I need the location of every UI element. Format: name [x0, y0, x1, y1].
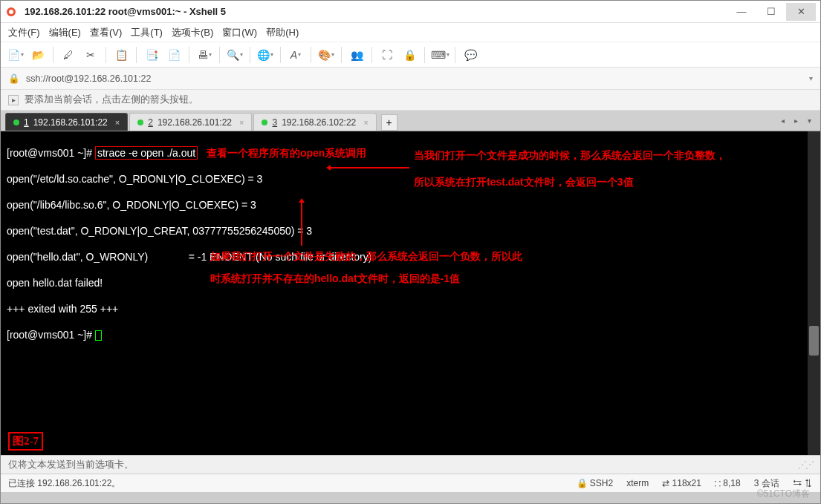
status-cursor-pos: 8,18 — [723, 478, 740, 488]
resize-grip-icon[interactable]: ⋰⋰ — [798, 459, 813, 470]
properties-icon[interactable]: 📋 — [112, 46, 130, 64]
font-icon[interactable]: A▾ — [287, 46, 305, 64]
tab-scroll-right-icon[interactable]: ▸ — [789, 114, 802, 127]
arrow-icon — [328, 167, 409, 168]
find-icon[interactable]: 🔍▾ — [226, 46, 244, 64]
menu-bar: 文件(F) 编辑(E) 查看(V) 工具(T) 选项卡(B) 窗口(W) 帮助(… — [1, 23, 820, 42]
status-term: xterm — [626, 478, 649, 488]
figure-label: 图2-7 — [8, 432, 43, 451]
globe-icon[interactable]: 🌐▾ — [256, 46, 274, 64]
reconnect-icon[interactable]: 🖊 — [59, 46, 77, 64]
keymap-icon[interactable]: ⌨▾ — [431, 46, 449, 64]
status-encoding-icons: ⮀ ⮁ — [793, 478, 813, 488]
disconnect-icon[interactable]: ✂ — [82, 46, 100, 64]
tab-scroll-left-icon[interactable]: ◂ — [776, 114, 789, 127]
anno-success-2: 所以系统在打开test.dat文件时，会返回一个3值 — [414, 176, 634, 189]
new-session-icon[interactable]: 📄▾ — [7, 46, 25, 64]
window-title: 192.168.26.101:22 root@vms001:~ - Xshell… — [25, 6, 727, 17]
anno-fail-1: 如果我们打开一个文件是失败的，那么系统会返回一个负数，所以此 — [210, 250, 522, 264]
tab-close-icon[interactable]: × — [239, 118, 244, 127]
add-session-arrow-icon[interactable]: ▸ — [8, 95, 19, 105]
status-size: 118x21 — [672, 478, 701, 488]
print-icon[interactable]: 🖶▾ — [195, 46, 213, 64]
tab-list-icon[interactable]: ▾ — [802, 114, 816, 127]
tab-session-2[interactable]: 2 192.168.26.101:22 × — [129, 113, 252, 131]
menu-file[interactable]: 文件(F) — [8, 26, 40, 39]
paste-icon[interactable]: 📄 — [165, 46, 183, 64]
tab-close-icon[interactable]: × — [363, 118, 368, 127]
terminal-view[interactable]: [root@vms001 ~]# strace -e open ./a.out … — [1, 131, 820, 455]
maximize-button[interactable]: ☐ — [756, 3, 786, 21]
users-icon[interactable]: 👥 — [348, 46, 366, 64]
status-connection: 已连接 192.168.26.101:22。 — [8, 477, 563, 490]
open-session-icon[interactable]: 📂 — [29, 46, 47, 64]
anno-cmd-note: 查看一个程序所有的open系统调用 — [207, 147, 366, 159]
minimize-button[interactable]: — — [727, 3, 756, 21]
app-icon — [5, 6, 17, 18]
status-bar: 已连接 192.168.26.101:22。 🔒 SSH2 xterm ⇄ 11… — [1, 474, 820, 492]
hint-text: 要添加当前会话，点击左侧的箭头按钮。 — [25, 94, 198, 106]
color-icon[interactable]: 🎨▾ — [317, 46, 335, 64]
tab-session-1[interactable]: 1 192.168.26.101:22 × — [5, 113, 128, 131]
menu-window[interactable]: 窗口(W) — [222, 26, 257, 39]
menu-tools[interactable]: 工具(T) — [131, 26, 163, 39]
status-dot-icon — [13, 120, 19, 125]
tab-add-button[interactable]: + — [381, 114, 397, 131]
hint-bar: ▸ 要添加当前会话，点击左侧的箭头按钮。 — [1, 90, 820, 111]
lock-icon[interactable]: 🔒 — [400, 46, 418, 64]
terminal-cursor — [95, 330, 102, 341]
menu-edit[interactable]: 编辑(E) — [49, 26, 81, 39]
address-bar: 🔒 ssh://root@192.168.26.101:22 ▾ — [1, 68, 820, 90]
menu-tab[interactable]: 选项卡(B) — [172, 26, 213, 39]
close-button[interactable]: ✕ — [786, 3, 816, 21]
tab-close-icon[interactable]: × — [115, 118, 120, 127]
lock-small-icon: 🔒 — [8, 73, 20, 84]
status-protocol: SSH2 — [590, 478, 613, 488]
watermark: ©51CTO博客 — [757, 488, 810, 500]
menu-help[interactable]: 帮助(H) — [266, 26, 299, 39]
session-tabs: 1 192.168.26.101:22 × 2 192.168.26.101:2… — [1, 111, 820, 131]
menu-view[interactable]: 查看(V) — [90, 26, 122, 39]
status-dot-icon — [262, 120, 267, 125]
tab-session-3[interactable]: 3 192.168.26.102:22 × — [253, 113, 376, 131]
anno-fail-2: 时系统打开并不存在的hello.dat文件时，返回的是-1值 — [210, 272, 460, 286]
cmd-highlight: strace -e open ./a.out — [95, 146, 198, 160]
title-bar: 192.168.26.101:22 root@vms001:~ - Xshell… — [1, 1, 820, 23]
anno-success-1: 当我们打开一个文件是成功的时候，那么系统会返回一个非负整数， — [414, 149, 726, 163]
toolbar: 📄▾ 📂 🖊 ✂ 📋 📑 📄 🖶▾ 🔍▾ 🌐▾ A▾ 🎨▾ 👥 ⛶ 🔒 ⌨▾ 💬 — [1, 42, 820, 68]
copy-icon[interactable]: 📑 — [143, 46, 160, 64]
chat-icon[interactable]: 💬 — [461, 46, 479, 64]
status-dot-icon — [137, 120, 143, 125]
address-dropdown-icon[interactable]: ▾ — [809, 74, 813, 82]
fullscreen-icon[interactable]: ⛶ — [378, 46, 396, 64]
svg-point-1 — [9, 10, 13, 14]
send-target-bar: 仅将文本发送到当前选项卡。 ⋰⋰ — [1, 455, 820, 474]
address-url[interactable]: ssh://root@192.168.26.101:22 — [26, 73, 803, 84]
arrow-icon — [301, 200, 302, 246]
terminal-scrollbar[interactable] — [808, 131, 820, 455]
